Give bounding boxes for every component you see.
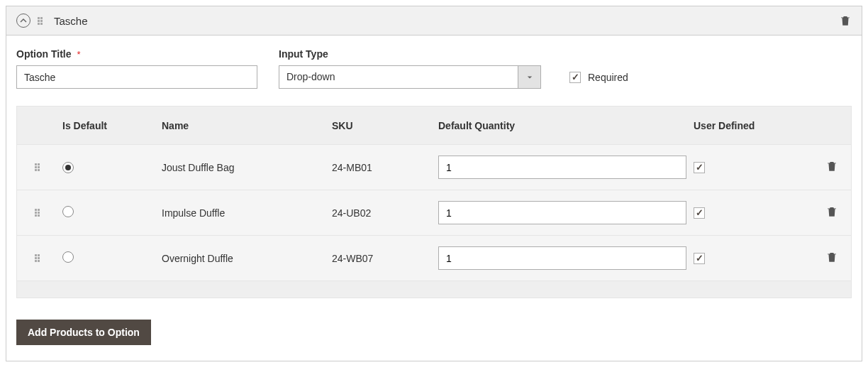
option-title-label: Option Title * [16,48,257,60]
is-default-radio[interactable] [62,206,74,217]
col-name: Name [156,120,326,131]
row-sku: 24-UB02 [326,207,433,219]
caret-down-icon [527,75,533,80]
input-type-value: Drop-down [279,65,518,89]
table-row: Overnight Duffle 24-WB07 [17,236,851,281]
delete-option-button[interactable] [839,14,852,27]
user-defined-checkbox[interactable] [694,162,705,173]
user-defined-checkbox[interactable] [694,253,705,264]
panel-title: Tasche [54,15,88,27]
col-user-defined: User Defined [688,120,773,131]
drag-handle-icon[interactable] [35,254,40,262]
table-row: Joust Duffle Bag 24-MB01 [17,145,851,190]
drag-handle-icon[interactable] [38,17,43,25]
add-products-button[interactable]: Add Products to Option [16,320,151,345]
required-star-icon: * [77,49,80,60]
delete-row-button[interactable] [825,251,838,263]
row-name: Overnight Duffle [156,253,326,264]
is-default-radio[interactable] [62,162,74,173]
col-is-default: Is Default [57,120,156,131]
option-fields-row: Option Title * Input Type Drop-down Requ… [16,48,852,89]
chevron-up-icon [20,17,27,24]
default-qty-input[interactable] [438,156,686,179]
default-qty-input[interactable] [438,246,686,270]
row-name: Impulse Duffle [156,207,326,219]
drag-handle-icon[interactable] [35,209,40,217]
delete-row-button[interactable] [825,160,838,173]
panel-body: Option Title * Input Type Drop-down Requ… [6,36,862,361]
collapse-toggle[interactable] [16,13,30,28]
table-row: Impulse Duffle 24-UB02 [17,190,851,236]
panel-header: Tasche [6,6,862,36]
input-type-field: Input Type Drop-down [279,48,541,89]
option-title-label-text: Option Title [16,48,72,60]
col-default-qty: Default Quantity [433,120,688,131]
delete-row-button[interactable] [825,205,838,218]
products-grid: Is Default Name SKU Default Quantity Use… [16,106,852,298]
row-sku: 24-MB01 [326,162,433,173]
row-sku: 24-WB07 [326,253,433,264]
user-defined-checkbox[interactable] [694,207,705,219]
default-qty-input[interactable] [438,201,686,224]
select-dropdown-button[interactable] [518,65,541,89]
required-checkbox[interactable] [569,72,581,83]
input-type-select[interactable]: Drop-down [279,65,541,89]
is-default-radio[interactable] [62,251,74,263]
input-type-label: Input Type [279,48,541,60]
bundle-option-panel: Tasche Option Title * Input Type Drop-do… [6,6,862,361]
required-label: Required [588,72,628,83]
option-title-field: Option Title * [16,48,257,89]
grid-header: Is Default Name SKU Default Quantity Use… [17,107,851,145]
option-title-input[interactable] [16,65,257,89]
col-sku: SKU [326,120,433,131]
drag-handle-icon[interactable] [35,163,40,171]
grid-footer [17,281,851,298]
required-field: Required [569,65,628,89]
row-name: Joust Duffle Bag [156,162,326,173]
